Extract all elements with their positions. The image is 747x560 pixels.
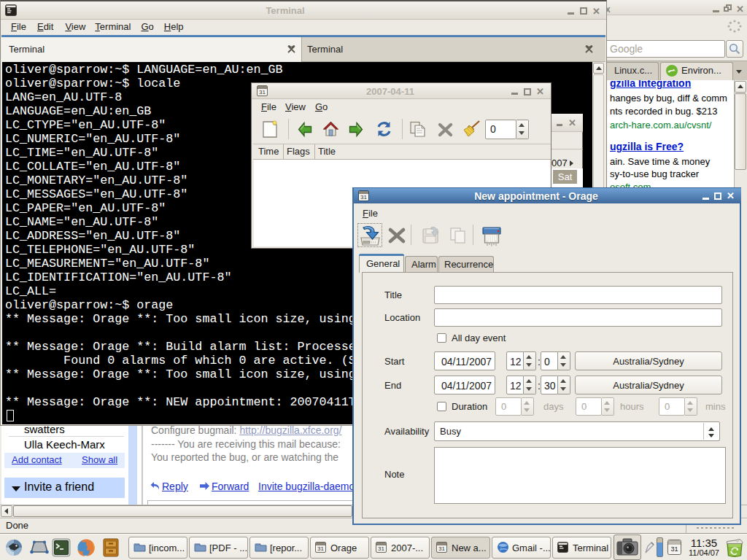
svg-text:31: 31 [378,545,384,552]
svg-text:31: 31 [670,545,678,553]
svg-text:31: 31 [317,545,324,552]
svg-text:31: 31 [438,545,445,552]
